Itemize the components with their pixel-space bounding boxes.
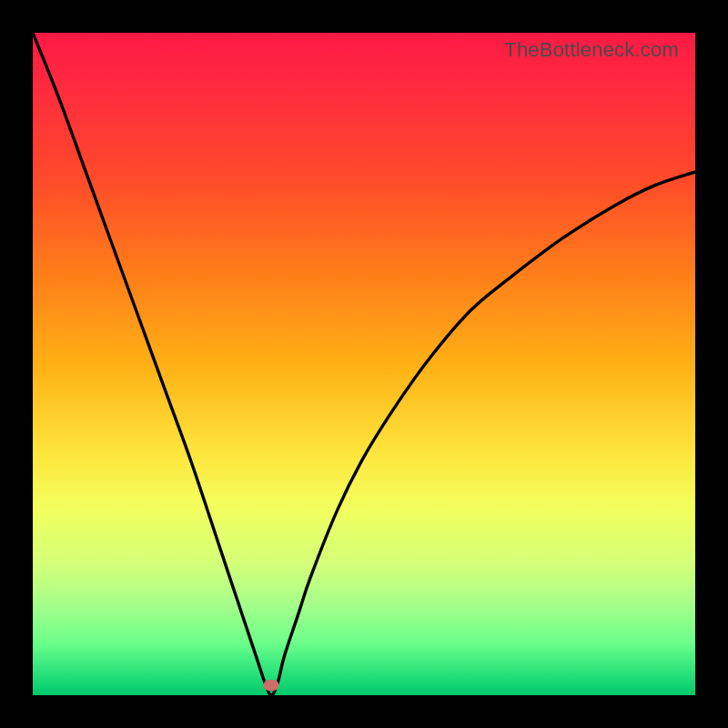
optimum-marker xyxy=(264,680,279,691)
chart-frame: TheBottleneck.com xyxy=(0,0,728,728)
plot-area: TheBottleneck.com xyxy=(33,33,695,695)
bottleneck-curve xyxy=(33,33,695,695)
